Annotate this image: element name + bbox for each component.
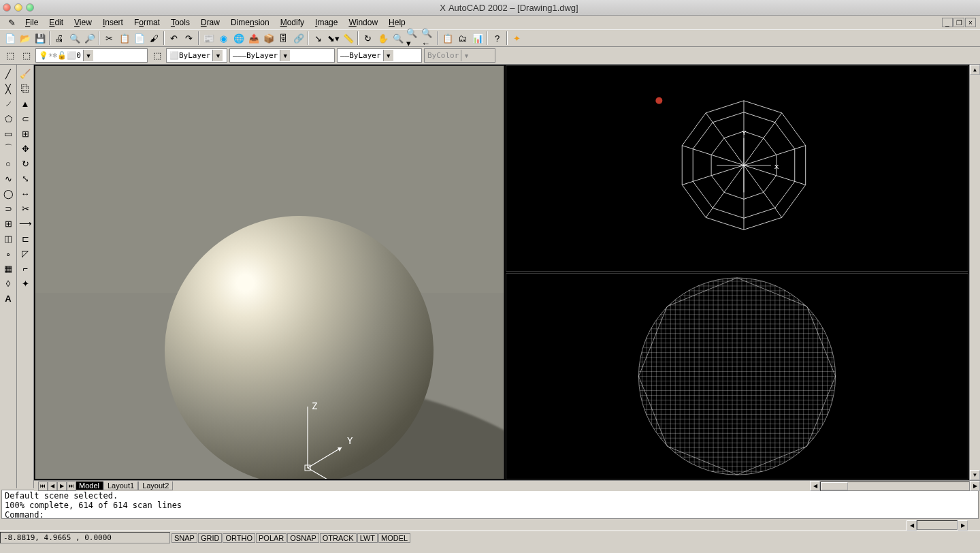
hyperlink-icon[interactable]: 🔗 [291,31,306,46]
close-icon[interactable] [3,3,11,12]
explode-icon[interactable]: ✦ [18,276,33,291]
mdi-restore-icon[interactable]: ❐ [953,18,964,27]
array-icon[interactable]: ⊞ [18,126,33,141]
save-icon[interactable]: 💾 [33,31,47,46]
tab-next-icon[interactable]: ▶ [57,481,67,491]
scroll-right-icon[interactable]: ▶ [970,481,980,491]
ellipse-arc-icon[interactable]: ⊃ [1,201,16,216]
toggle-ortho[interactable]: ORTHO [223,533,255,543]
menu-dimension[interactable]: Dimension [226,17,274,28]
mdi-close-icon[interactable]: × [965,18,976,27]
chevron-down-icon[interactable]: ▼ [212,50,223,61]
extend-icon[interactable]: ⟶ [18,216,33,231]
zoom-prev-icon[interactable]: 🔍← [421,31,435,46]
lineweight-dropdown[interactable]: —— ByLayer▼ [337,48,422,63]
chevron-down-icon[interactable]: ▼ [383,50,393,61]
toggle-model[interactable]: MODEL [378,533,410,543]
scrollbar-vertical[interactable]: ▲ ▼ [969,65,980,480]
etransmit-icon[interactable]: 📦 [261,31,276,46]
plotstyle-dropdown[interactable]: ByColor▼ [424,48,495,63]
tracking-icon[interactable]: ↘ [311,31,325,46]
rotate-icon[interactable]: ↻ [18,156,33,171]
arc-icon[interactable]: ⌒ [1,141,16,156]
make-layer-icon[interactable]: ⬚ [150,48,164,63]
command-window[interactable]: Default scene selected. 100% complete, 6… [1,490,979,519]
undo-icon[interactable]: ↶ [167,31,181,46]
break-icon[interactable]: ⊏ [18,231,33,246]
properties-icon[interactable]: 📋 [440,31,455,46]
ucs-icon[interactable]: ⬊▾ [326,31,340,46]
designcenter-icon[interactable]: 🗂 [455,31,470,46]
tab-layout1[interactable]: Layout1 [103,481,138,490]
dist-icon[interactable]: 📏 [341,31,355,46]
menu-modify[interactable]: Modify [276,17,309,28]
text-icon[interactable]: A [1,291,16,306]
tab-last-icon[interactable]: ⏭ [67,481,76,491]
chevron-down-icon[interactable]: ▼ [280,50,290,61]
layer-mgr-icon[interactable]: ⬚ [3,48,17,63]
circle-icon[interactable]: ○ [1,156,16,171]
chamfer-icon[interactable]: ◸ [18,246,33,261]
autodesk-icon[interactable]: ◉ [216,31,231,46]
rectangle-icon[interactable]: ▭ [1,126,16,141]
menu-edit[interactable]: Edit [44,17,68,28]
menu-insert[interactable]: Insert [98,17,128,28]
menu-help[interactable]: Help [384,17,410,28]
dbview-icon[interactable]: 📊 [470,31,485,46]
menu-window[interactable]: Window [344,17,382,28]
erase-icon[interactable]: 🧹 [18,66,33,81]
maximize-icon[interactable] [26,3,34,12]
viewport-front[interactable] [506,273,968,479]
tab-model[interactable]: Model [75,481,103,490]
toggle-grid[interactable]: GRID [198,533,223,543]
open-icon[interactable]: 📂 [18,31,32,46]
scroll-left-icon[interactable]: ◀ [810,481,820,491]
viewport-perspective[interactable]: Z Y X [35,65,504,479]
point-icon[interactable]: ∘ [1,246,16,261]
menu-view[interactable]: View [69,17,97,28]
tab-layout2[interactable]: Layout2 [138,481,173,490]
block-icon[interactable]: ◫ [1,231,16,246]
viewport-top[interactable]: X Y [506,65,968,272]
pan-icon[interactable]: ✋ [376,31,390,46]
menu-tools[interactable]: Tools [166,17,195,28]
linetype-dropdown[interactable]: ——— ByLayer▼ [229,48,335,63]
toggle-osnap[interactable]: OSNAP [287,533,319,543]
print-preview-icon[interactable]: 🔍 [67,31,82,46]
menu-draw[interactable]: Draw [196,17,225,28]
cmd-scroll-right-icon[interactable]: ▶ [958,520,968,531]
trim-icon[interactable]: ✂ [18,201,33,216]
paste-icon[interactable]: 📄 [132,31,146,46]
move-icon[interactable]: ✥ [18,141,33,156]
polygon-icon[interactable]: ⬠ [1,111,16,126]
insert-icon[interactable]: ⊞ [1,216,16,231]
dbconnect-icon[interactable]: 🗄 [276,31,291,46]
color-dropdown[interactable]: ⬜ByLayer▼ [166,48,227,63]
hatch-icon[interactable]: ▦ [1,261,16,276]
xline-icon[interactable]: ╳ [1,81,16,96]
chevron-down-icon[interactable]: ▼ [83,50,93,61]
toggle-otrack[interactable]: OTRACK [320,533,357,543]
toggle-snap[interactable]: SNAP [172,533,197,543]
meet-icon[interactable]: 🌐 [231,31,246,46]
publish-icon[interactable]: 📤 [246,31,261,46]
layer-prev-icon[interactable]: ⬚ [19,48,33,63]
chevron-down-icon[interactable]: ▼ [461,50,471,61]
menu-file[interactable]: File [20,17,43,28]
match-icon[interactable]: 🖌 [147,31,161,46]
cmd-scroll-left-icon[interactable]: ◀ [906,520,917,531]
tab-prev-icon[interactable]: ◀ [48,481,57,491]
menu-format[interactable]: Format [129,17,165,28]
mirror-icon[interactable]: ▲ [18,96,33,111]
toggle-lwt[interactable]: LWT [357,533,378,543]
find-icon[interactable]: 🔎 [82,31,97,46]
layer-dropdown[interactable]: 💡☀❄🔓⬜0▼ [35,48,148,63]
pline-icon[interactable]: ⟋ [1,96,16,111]
menu-image[interactable]: Image [310,17,342,28]
scale-icon[interactable]: ⤡ [18,171,33,186]
active-assist-icon[interactable]: ✦ [510,31,524,46]
cut-icon[interactable]: ✂ [102,31,116,46]
new-icon[interactable]: 📄 [3,31,17,46]
offset-icon[interactable]: ⊂ [18,111,33,126]
ellipse-icon[interactable]: ◯ [1,186,16,201]
